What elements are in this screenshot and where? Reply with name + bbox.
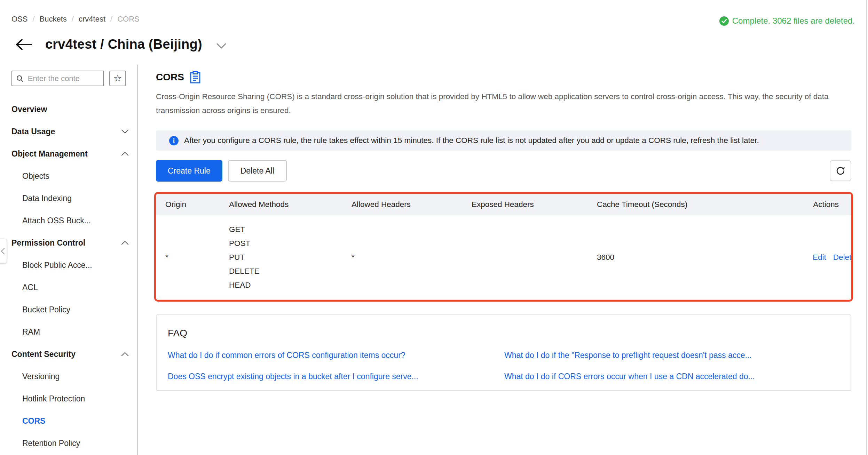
breadcrumb-separator: /	[110, 15, 112, 24]
sidebar-item-label: Hotlink Protection	[22, 394, 85, 404]
faq-link[interactable]: What do I do if the "Response to preflig…	[504, 351, 851, 360]
sidebar-menu: OverviewData Usage Object Management Obj…	[0, 98, 137, 454]
back-icon[interactable]	[15, 38, 33, 51]
table-header-row: OriginAllowed MethodsAllowed HeadersExpo…	[156, 194, 851, 215]
faq-link[interactable]: What do I do if common errors of CORS co…	[168, 351, 504, 360]
cell-exposed-headers	[472, 215, 597, 300]
method-value: DELETE	[229, 264, 352, 278]
sidebar-item-cors[interactable]: CORS	[0, 410, 137, 432]
sidebar-item-label: Versioning	[22, 372, 60, 381]
success-check-icon	[719, 16, 729, 26]
breadcrumb-item[interactable]: CORS	[117, 15, 140, 24]
sidebar-item-label: Bucket Policy	[22, 305, 70, 314]
sidebar-item-block-public-acce[interactable]: Block Public Acce...	[0, 254, 137, 276]
chevron-up-icon	[121, 352, 129, 357]
sidebar-item-label: Content Security	[11, 350, 76, 359]
status-text: Complete. 3062 files are deleted.	[732, 16, 855, 26]
cors-rules-table: OriginAllowed MethodsAllowed HeadersExpo…	[156, 194, 851, 300]
sidebar-item-label: ACL	[22, 283, 38, 292]
search-input[interactable]	[28, 74, 100, 83]
star-icon: ☆	[113, 74, 122, 83]
cell-allowed-methods: GETPOSTPUTDELETEHEAD	[229, 223, 352, 292]
status-message: Complete. 3062 files are deleted.	[719, 16, 855, 26]
column-header: Allowed Methods	[229, 194, 352, 215]
sidebar-item-objects[interactable]: Objects	[0, 165, 137, 187]
sidebar-item-object-management[interactable]: Object Management	[0, 143, 137, 165]
column-header: Exposed Headers	[472, 194, 597, 215]
breadcrumb-item[interactable]: OSS	[11, 15, 27, 24]
info-icon: i	[169, 136, 179, 145]
region-dropdown-icon[interactable]	[216, 43, 227, 49]
chevron-up-icon	[121, 152, 129, 156]
faq-card: FAQ What do I do if common errors of COR…	[156, 314, 851, 391]
sidebar-item-ram[interactable]: RAM	[0, 321, 137, 343]
cell-allowed-headers: *	[352, 215, 472, 300]
cell-actions: EditDelete	[806, 215, 851, 300]
chevron-down-icon	[121, 129, 129, 134]
sidebar-item-acl[interactable]: ACL	[0, 276, 137, 298]
info-banner-text: After you configure a CORS rule, the rul…	[184, 136, 759, 145]
sidebar-item-label: Data Indexing	[22, 194, 72, 203]
delete-all-button[interactable]: Delete All	[228, 160, 287, 182]
sidebar-search[interactable]	[11, 71, 104, 86]
edit-link[interactable]: Edit	[813, 253, 826, 262]
sidebar-item-versioning[interactable]: Versioning	[0, 365, 137, 388]
column-header: Origin	[156, 194, 229, 215]
faq-link[interactable]: What do I do if CORS errors occur when I…	[504, 372, 851, 381]
sidebar-item-label: Objects	[22, 171, 49, 181]
section-title: CORS	[156, 72, 184, 83]
window-edge	[866, 0, 867, 455]
sidebar-item-label: Overview	[11, 105, 47, 114]
docs-clipboard-icon[interactable]	[190, 71, 201, 83]
cell-cache-timeout: 3600	[597, 215, 806, 300]
chevron-left-icon	[0, 248, 5, 255]
method-value: POST	[229, 237, 352, 250]
column-header: Allowed Headers	[352, 194, 472, 215]
breadcrumb-separator: /	[32, 15, 34, 24]
sidebar-item-hotlink-protection[interactable]: Hotlink Protection	[0, 388, 137, 410]
create-rule-button[interactable]: Create Rule	[156, 160, 222, 182]
breadcrumb: OSS/Buckets/crv4test/CORS	[11, 15, 140, 24]
method-value: PUT	[229, 250, 352, 264]
faq-title: FAQ	[168, 328, 851, 339]
breadcrumb-separator: /	[72, 15, 74, 24]
cell-origin: *	[156, 215, 229, 300]
sidebar: ☆ OverviewData Usage Object Management O…	[0, 65, 138, 455]
page-title: crv4test / China (Beijing)	[45, 37, 202, 52]
sidebar-item-data-indexing[interactable]: Data Indexing	[0, 187, 137, 209]
sidebar-item-label: Data Usage	[11, 127, 55, 136]
favorites-button[interactable]: ☆	[109, 71, 126, 86]
collapse-sidebar-handle[interactable]	[0, 239, 7, 264]
sidebar-item-label: Attach OSS Buck...	[22, 216, 91, 225]
faq-links: What do I do if common errors of CORS co…	[168, 351, 851, 381]
method-value: GET	[229, 223, 352, 237]
sidebar-item-label: RAM	[22, 327, 40, 337]
sidebar-item-label: Retention Policy	[22, 439, 80, 448]
method-value: HEAD	[229, 278, 352, 292]
sidebar-item-permission-control[interactable]: Permission Control	[0, 232, 137, 254]
breadcrumb-item[interactable]: crv4test	[79, 15, 105, 24]
breadcrumb-item[interactable]: Buckets	[40, 15, 67, 24]
refresh-button[interactable]	[830, 160, 851, 181]
annotation-box-table: OriginAllowed MethodsAllowed HeadersExpo…	[154, 192, 853, 302]
sidebar-item-overview[interactable]: Overview	[0, 98, 137, 120]
sidebar-item-data-usage[interactable]: Data Usage	[0, 120, 137, 143]
column-header: Cache Timeout (Seconds)	[597, 194, 806, 215]
info-banner: i After you configure a CORS rule, the r…	[156, 130, 851, 151]
table-row: * GETPOSTPUTDELETEHEAD * 3600 EditDelete	[156, 215, 851, 300]
sidebar-item-attach-oss-buck[interactable]: Attach OSS Buck...	[0, 209, 137, 232]
refresh-icon	[835, 166, 846, 176]
sidebar-item-label: Object Management	[11, 149, 88, 159]
section-description: Cross-Origin Resource Sharing (CORS) is …	[156, 90, 851, 118]
sidebar-item-bucket-policy[interactable]: Bucket Policy	[0, 298, 137, 321]
sidebar-item-label: CORS	[22, 416, 45, 426]
faq-link[interactable]: Does OSS encrypt existing objects in a b…	[168, 372, 504, 381]
sidebar-item-content-security[interactable]: Content Security	[0, 343, 137, 365]
sidebar-item-label: Permission Control	[11, 238, 85, 248]
sidebar-item-retention-policy[interactable]: Retention Policy	[0, 432, 137, 454]
delete-link[interactable]: Delete	[833, 253, 853, 262]
sidebar-item-label: Block Public Acce...	[22, 261, 92, 270]
search-icon	[16, 74, 24, 83]
column-header: Actions	[806, 194, 851, 215]
chevron-up-icon	[121, 241, 129, 245]
